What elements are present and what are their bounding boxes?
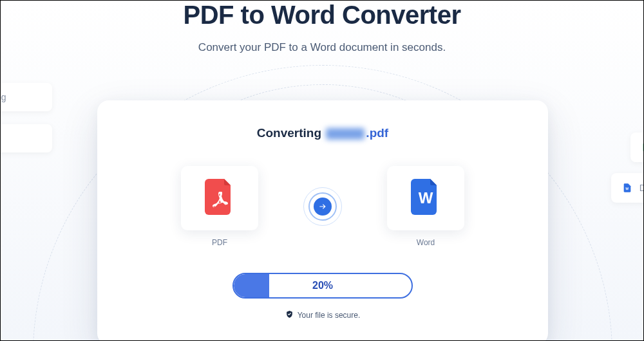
conversion-row: PDF W Word bbox=[129, 166, 516, 247]
filename-ext: .pdf bbox=[366, 126, 388, 140]
shield-check-icon bbox=[285, 310, 294, 320]
side-card-drop[interactable]: Drop bbox=[611, 173, 644, 203]
svg-text:W: W bbox=[419, 189, 433, 207]
side-card-excel bbox=[630, 133, 644, 162]
secure-text: Your file is secure. bbox=[298, 311, 361, 320]
word-doc-icon: W bbox=[411, 179, 440, 217]
converting-prefix: Converting bbox=[257, 126, 321, 140]
page-title: PDF to Word Converter bbox=[1, 1, 643, 30]
target-tile: W Word bbox=[387, 166, 464, 247]
progress-bar: 20% bbox=[232, 273, 413, 299]
page-subtitle: Convert your PDF to a Word document in s… bbox=[1, 41, 643, 54]
side-card-label: Drop bbox=[639, 183, 644, 193]
side-card-jpg: .jpg bbox=[0, 83, 52, 111]
source-label: PDF bbox=[181, 238, 258, 247]
source-tile: PDF bbox=[181, 166, 258, 247]
pdf-icon bbox=[205, 179, 234, 217]
arrow-indicator bbox=[303, 187, 342, 226]
progress-text: 20% bbox=[234, 280, 412, 291]
filename-redacted bbox=[326, 128, 365, 140]
conversion-card: Converting .pdf PDF bbox=[97, 100, 548, 341]
converting-status: Converting .pdf bbox=[129, 126, 516, 140]
excel-icon bbox=[641, 142, 644, 153]
word-icon bbox=[621, 182, 633, 194]
secure-row: Your file is secure. bbox=[129, 310, 516, 320]
progress-wrap: 20% bbox=[129, 273, 516, 299]
arrow-icon bbox=[314, 198, 332, 216]
pdf-file-box bbox=[181, 166, 258, 230]
word-file-box: W bbox=[387, 166, 464, 230]
target-label: Word bbox=[387, 238, 464, 247]
side-card-tx: tx bbox=[0, 124, 52, 152]
